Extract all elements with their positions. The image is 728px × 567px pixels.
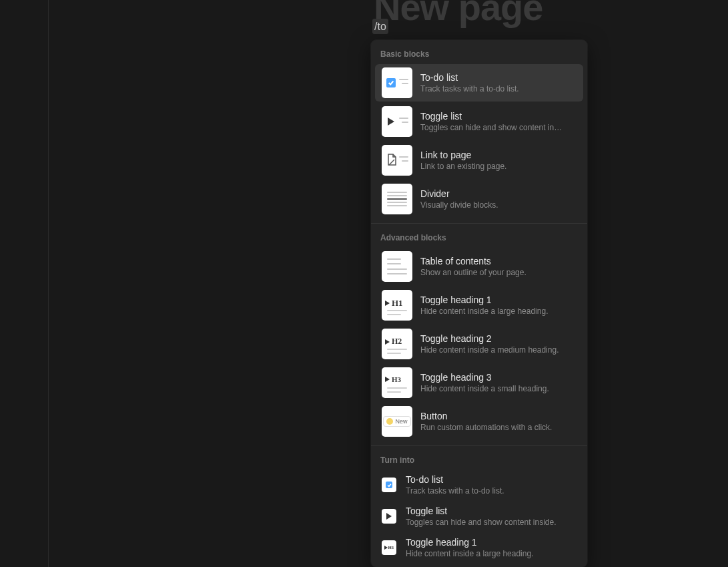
section-header-turn-into: Turn into: [371, 446, 587, 469]
menu-item-toggle-heading-1[interactable]: H1 Toggle heading 1 Hide content inside …: [375, 287, 583, 324]
menu-item-desc: Visually divide blocks.: [420, 200, 577, 211]
menu-item-title: Toggle heading 2: [420, 333, 577, 345]
menu-item-text: Link to page Link to an existing page.: [420, 149, 577, 172]
lines-icon: [387, 387, 407, 393]
sidebar-divider: [48, 0, 49, 567]
checkbox-checked-icon: [386, 482, 392, 488]
menu-item-desc: Toggles can hide and show content in…: [420, 122, 577, 134]
toggle-heading-small-icon: H1: [382, 540, 396, 555]
heading-label: H1: [392, 298, 403, 309]
menu-item-desc: Track tasks with a to-do list.: [406, 486, 577, 497]
slash-menu-scroll[interactable]: Basic blocks To-do list Track tasks with…: [371, 40, 587, 567]
turn-into-toggle-list[interactable]: Toggle list Toggles can hide and show co…: [375, 502, 583, 532]
gear-dot-icon: [386, 418, 393, 425]
menu-item-title: Toggle list: [406, 505, 577, 517]
menu-item-desc: Hide content inside a large heading.: [406, 548, 577, 560]
triangle-right-icon: [385, 301, 390, 306]
toggle-heading-thumbnail-icon: H2: [382, 329, 412, 359]
lines-icon: [387, 310, 407, 315]
toggle-heading-icon: H3: [385, 375, 401, 383]
lines-icon: [387, 190, 407, 208]
toggle-heading-thumbnail-icon: H1: [382, 290, 412, 321]
menu-item-title: To-do list: [406, 474, 577, 486]
menu-item-toggle-list[interactable]: Toggle list Toggles can hide and show co…: [375, 103, 583, 140]
menu-item-text: Divider Visually divide blocks.: [420, 188, 577, 211]
menu-item-text: Toggle heading 1 Hide content inside a l…: [420, 294, 577, 317]
menu-item-text: Button Run custom automations with a cli…: [420, 410, 577, 433]
toggle-thumbnail-icon: [382, 106, 412, 137]
menu-item-desc: Hide content inside a large heading.: [420, 306, 577, 317]
triangle-right-icon: [385, 377, 390, 382]
toggle-heading-thumbnail-icon: H3: [382, 367, 412, 398]
heading-label: H2: [392, 337, 402, 347]
document-link-icon: [387, 154, 396, 166]
menu-item-text: To-do list Track tasks with a to-do list…: [420, 71, 577, 95]
menu-item-text: Toggle heading 3 Hide content inside a s…: [420, 371, 577, 395]
button-thumbnail-icon: New: [382, 406, 412, 437]
divider-thumbnail-icon: [382, 184, 412, 214]
menu-item-desc: Run custom automations with a click.: [420, 422, 577, 433]
slash-menu: Basic blocks To-do list Track tasks with…: [371, 40, 587, 567]
menu-item-table-of-contents[interactable]: Table of contents Show an outline of you…: [375, 248, 583, 285]
toggle-heading-icon: H1: [384, 545, 394, 550]
toggle-small-icon: [382, 509, 396, 524]
menu-item-title: Toggle heading 1: [406, 536, 577, 548]
menu-item-title: Toggle list: [420, 110, 577, 122]
turn-into-toggle-heading-2[interactable]: H2 Toggle heading 2 Hide content inside …: [375, 564, 583, 567]
page-title: New page: [374, 0, 542, 29]
menu-item-desc: Toggles can hide and show content inside…: [406, 517, 577, 528]
menu-item-title: Divider: [420, 188, 577, 200]
turn-into-toggle-heading-1[interactable]: H1 Toggle heading 1 Hide content inside …: [375, 533, 583, 563]
menu-item-title: Toggle heading 3: [420, 371, 577, 383]
menu-item-toggle-heading-2[interactable]: H2 Toggle heading 2 Hide content inside …: [375, 325, 583, 363]
triangle-right-icon: [388, 118, 394, 126]
link-thumbnail-icon: [382, 145, 412, 176]
menu-item-desc: Show an outline of your page.: [420, 267, 577, 278]
menu-item-desc: Hide content inside a medium heading.: [420, 345, 577, 356]
todo-small-icon: [382, 478, 396, 492]
turn-into-todo-list[interactable]: To-do list Track tasks with a to-do list…: [375, 470, 583, 500]
button-chip-label: New: [395, 418, 407, 425]
menu-item-desc: Track tasks with a to-do list.: [420, 83, 577, 95]
menu-item-link-to-page[interactable]: Link to page Link to an existing page.: [375, 142, 583, 179]
menu-item-text: Toggle list Toggles can hide and show co…: [420, 110, 577, 134]
toggle-heading-icon: H2: [385, 337, 402, 347]
triangle-right-icon: [385, 339, 390, 345]
menu-item-desc: Hide content inside a small heading.: [420, 383, 577, 395]
menu-item-text: Toggle heading 1 Hide content inside a l…: [406, 536, 577, 560]
menu-item-text: Table of contents Show an outline of you…: [420, 255, 577, 278]
triangle-right-icon: [384, 546, 388, 550]
button-chip-icon: New: [383, 416, 410, 427]
heading-label: H1: [388, 545, 394, 550]
checkbox-checked-icon: [386, 78, 396, 87]
menu-item-button[interactable]: New Button Run custom automations with a…: [375, 403, 583, 440]
menu-item-text: Toggle heading 2 Hide content inside a m…: [420, 333, 577, 356]
menu-item-todo-list[interactable]: To-do list Track tasks with a to-do list…: [375, 64, 583, 102]
menu-item-title: Link to page: [420, 149, 577, 161]
menu-item-title: Button: [420, 410, 577, 422]
section-header-advanced: Advanced blocks: [371, 224, 587, 246]
lines-icon: [387, 349, 407, 354]
heading-label: H3: [392, 375, 401, 383]
toc-lines-icon: [387, 256, 407, 276]
menu-item-desc: Link to an existing page.: [420, 161, 577, 172]
menu-item-title: Table of contents: [420, 255, 577, 267]
menu-item-title: To-do list: [420, 71, 577, 83]
menu-item-divider[interactable]: Divider Visually divide blocks.: [375, 180, 583, 218]
toggle-heading-icon: H1: [385, 298, 403, 309]
triangle-right-icon: [386, 513, 392, 520]
slash-command-input[interactable]: /to: [372, 19, 388, 34]
section-header-basic: Basic blocks: [371, 40, 587, 63]
menu-item-toggle-heading-3[interactable]: H3 Toggle heading 3 Hide content inside …: [375, 364, 583, 401]
menu-item-text: Toggle list Toggles can hide and show co…: [406, 505, 577, 528]
menu-item-text: To-do list Track tasks with a to-do list…: [406, 474, 577, 497]
todo-thumbnail-icon: [382, 67, 412, 98]
toc-thumbnail-icon: [382, 251, 412, 282]
menu-item-title: Toggle heading 1: [420, 294, 577, 306]
